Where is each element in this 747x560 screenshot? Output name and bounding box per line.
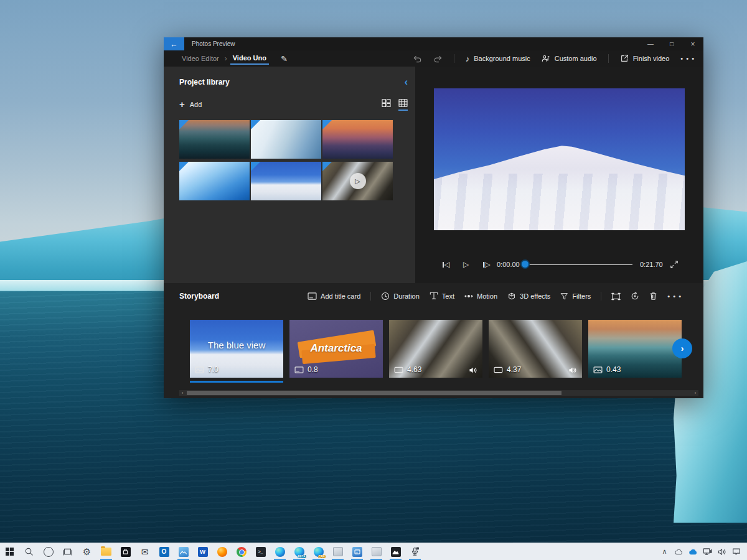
effects-3d-button[interactable]: 3D effects bbox=[507, 292, 550, 301]
clip-duration: 0.43 bbox=[606, 365, 621, 374]
storyboard-scrollbar[interactable]: ‹ › bbox=[179, 390, 698, 396]
background-music-button[interactable]: ♪ Background music bbox=[466, 54, 530, 63]
redo-icon bbox=[433, 54, 443, 63]
clip-duration-badge: 0.43 bbox=[593, 365, 621, 374]
filter-funnel-icon bbox=[560, 292, 568, 301]
maximize-button[interactable]: □ bbox=[661, 37, 682, 50]
library-thumbnail-ice-closeup[interactable] bbox=[251, 120, 321, 159]
back-button[interactable]: ← bbox=[164, 37, 184, 50]
filters-label: Filters bbox=[572, 292, 591, 300]
tray-onedrive-personal[interactable] bbox=[686, 543, 700, 560]
storyboard-more-button[interactable]: • • • bbox=[667, 292, 682, 300]
taskbar-your-phone[interactable] bbox=[347, 543, 367, 560]
library-thumbnail-rocky-waterfall[interactable]: ▷ bbox=[322, 162, 393, 200]
project-library-header: Project library ‹ bbox=[179, 78, 408, 86]
taskbar-app-light-1[interactable] bbox=[328, 543, 347, 560]
text-button[interactable]: Text bbox=[430, 292, 454, 301]
finish-video-button[interactable]: Finish video bbox=[620, 54, 670, 63]
store-icon bbox=[121, 547, 131, 557]
collapse-panel-icon[interactable]: ‹ bbox=[405, 79, 408, 85]
rename-pencil-icon[interactable]: ✎ bbox=[281, 54, 288, 63]
chevron-right-icon: › bbox=[681, 343, 684, 353]
add-media-button[interactable]: + Add bbox=[179, 99, 202, 110]
motion-button[interactable]: Motion bbox=[464, 292, 497, 301]
grid-large-view-button[interactable] bbox=[382, 99, 391, 110]
scrollbar-thumb[interactable] bbox=[187, 391, 561, 395]
text-icon bbox=[430, 292, 438, 301]
taskbar-edge[interactable] bbox=[270, 543, 289, 560]
library-thumbnail-snow-mountain[interactable] bbox=[251, 162, 321, 200]
undo-button[interactable] bbox=[413, 54, 422, 63]
taskbar-file-explorer[interactable] bbox=[96, 543, 116, 560]
play-button[interactable]: ▷ bbox=[463, 260, 469, 269]
taskbar-outlook[interactable]: O bbox=[154, 543, 174, 560]
scrollbar-track[interactable] bbox=[186, 390, 692, 396]
filters-button[interactable]: Filters bbox=[560, 292, 591, 301]
action-center-button[interactable] bbox=[729, 543, 743, 560]
rotate-button[interactable] bbox=[631, 292, 639, 301]
cortana-button[interactable] bbox=[39, 543, 58, 560]
image-icon bbox=[195, 366, 204, 373]
resize-button[interactable] bbox=[611, 292, 621, 301]
fullscreen-button[interactable] bbox=[670, 260, 679, 269]
more-options-button[interactable]: • • • bbox=[680, 55, 695, 62]
next-frame-button[interactable]: ▷ bbox=[482, 260, 491, 269]
outlook-icon: O bbox=[159, 547, 169, 557]
breadcrumb-project-name[interactable]: Video Uno bbox=[233, 54, 266, 63]
grid-small-view-button[interactable] bbox=[398, 99, 408, 110]
storyboard-clip-the-blue-view[interactable]: The blue view 7.0 bbox=[190, 320, 283, 378]
taskbar-voice-recorder[interactable] bbox=[405, 543, 425, 560]
scroll-clips-right-button[interactable]: › bbox=[672, 338, 692, 358]
tray-volume[interactable] bbox=[715, 543, 729, 560]
delete-button[interactable] bbox=[649, 292, 657, 301]
toolbar-divider bbox=[454, 54, 454, 63]
library-thumbnail-blue-ice-flare[interactable] bbox=[179, 162, 250, 200]
search-icon bbox=[24, 547, 34, 556]
library-thumbnail-iceberg-sunset-dark[interactable] bbox=[179, 120, 250, 159]
taskbar-store[interactable] bbox=[116, 543, 135, 560]
taskbar-edge-beta[interactable]: BETA bbox=[289, 543, 309, 560]
show-hidden-icons-button[interactable]: ∧ bbox=[657, 543, 672, 560]
scrollbar-right-arrow[interactable]: › bbox=[692, 390, 698, 396]
taskbar-edge-canary[interactable]: CAN bbox=[309, 543, 328, 560]
taskbar-mail[interactable]: ✉ bbox=[135, 543, 154, 560]
breadcrumb-video-editor[interactable]: Video Editor bbox=[182, 55, 219, 62]
clip-audio-icon[interactable] bbox=[469, 366, 477, 374]
taskbar-word[interactable]: W bbox=[193, 543, 212, 560]
video-preview[interactable] bbox=[434, 88, 685, 230]
minimize-button[interactable]: — bbox=[640, 37, 661, 50]
seek-slider-thumb[interactable] bbox=[520, 259, 530, 269]
added-corner-icon bbox=[251, 120, 260, 129]
taskbar-photos-legacy[interactable] bbox=[386, 543, 405, 560]
storyboard-clip-waterfall-1[interactable]: 4.63 bbox=[389, 320, 482, 378]
command-bar-actions: ♪ Background music Custom audio Finish v… bbox=[413, 54, 695, 63]
search-button[interactable] bbox=[19, 543, 39, 560]
taskbar-chrome[interactable] bbox=[232, 543, 251, 560]
start-button[interactable] bbox=[0, 543, 19, 560]
duration-label: Duration bbox=[393, 292, 420, 300]
tray-network[interactable] bbox=[700, 543, 715, 560]
edge-canary-icon: CAN bbox=[314, 547, 324, 557]
add-title-card-button[interactable]: Add title card bbox=[308, 292, 360, 300]
library-thumbnail-iceberg-sunset-orange[interactable] bbox=[322, 120, 393, 159]
storyboard-clip-waterfall-2[interactable] bbox=[489, 320, 582, 378]
seek-slider[interactable] bbox=[522, 264, 632, 265]
storyboard-clip-antarctica[interactable]: Antarctica 0.8 bbox=[289, 320, 383, 378]
added-corner-icon bbox=[179, 120, 189, 129]
redo-button[interactable] bbox=[433, 54, 443, 63]
taskbar-firefox[interactable] bbox=[212, 543, 232, 560]
close-button[interactable]: × bbox=[682, 37, 703, 50]
task-view-button[interactable] bbox=[58, 543, 77, 560]
taskbar-photos[interactable] bbox=[174, 543, 193, 560]
title-bar: ← Photos Preview — □ × bbox=[164, 37, 703, 50]
tray-onedrive[interactable] bbox=[672, 543, 686, 560]
custom-audio-button[interactable]: Custom audio bbox=[542, 54, 597, 63]
scrollbar-left-arrow[interactable]: ‹ bbox=[179, 390, 186, 396]
settings-button[interactable]: ⚙ bbox=[77, 543, 96, 560]
taskbar-app-light-2[interactable] bbox=[367, 543, 386, 560]
playback-controls: ◁ ▷ ▷ 0:00.00 0:21.70 bbox=[415, 255, 703, 274]
taskbar-terminal[interactable]: >_ bbox=[251, 543, 270, 560]
duration-button[interactable]: Duration bbox=[381, 292, 420, 301]
storyboard-clip-iceberg-mirror[interactable]: 0.43 bbox=[588, 320, 682, 378]
previous-frame-button[interactable]: ◁ bbox=[442, 260, 450, 269]
